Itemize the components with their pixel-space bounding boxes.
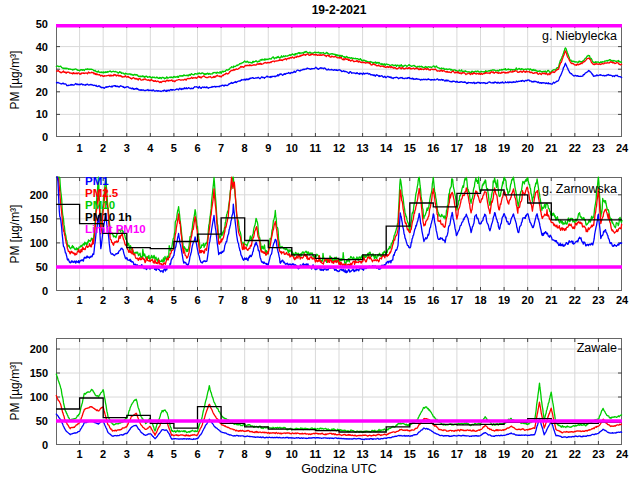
x-tick: 2 (91, 294, 115, 306)
legend-item-pm25: PM2.5 (85, 187, 146, 199)
x-tick: 4 (138, 142, 162, 154)
x-tick: 11 (303, 142, 327, 154)
x-tick: 17 (445, 448, 469, 460)
y-tick: 0 (0, 131, 48, 143)
x-tick: 15 (398, 142, 422, 154)
y-tick-labels-1: 01020304050 (0, 24, 52, 137)
x-tick: 4 (138, 448, 162, 460)
x-tick: 19 (492, 448, 516, 460)
x-tick: 7 (209, 142, 233, 154)
y-tick: 200 (0, 189, 48, 201)
y-tick: 50 (0, 18, 48, 30)
x-tick: 20 (516, 142, 540, 154)
x-tick: 5 (162, 448, 186, 460)
x-tick-labels-1: 123456789101112131415161718192021222324 (56, 142, 622, 155)
y-tick: 10 (0, 108, 48, 120)
y-tick: 0 (0, 285, 48, 297)
x-tick: 10 (280, 448, 304, 460)
legend-item-limit-pm10: Limit PM10 (85, 223, 146, 235)
legend-item-pm10-1h: PM10 1h (85, 211, 146, 223)
legend-item-pm10: PM10 (85, 199, 146, 211)
legend: PM1 PM2.5 PM10 PM10 1h Limit PM10 (85, 175, 146, 235)
x-tick: 4 (138, 294, 162, 306)
x-tick-labels-3: 123456789101112131415161718192021222324 (56, 448, 622, 461)
pm-figure: 19-2-2021 g. Niebylecka PM [µg/m³] 01020… (0, 0, 640, 480)
x-tick: 20 (516, 448, 540, 460)
x-tick: 7 (209, 448, 233, 460)
x-tick: 8 (233, 142, 257, 154)
x-tick: 21 (539, 142, 563, 154)
y-tick: 50 (0, 415, 48, 427)
y-tick: 150 (0, 213, 48, 225)
y-tick-labels-2: 050100150200 (0, 177, 52, 291)
y-tick: 0 (0, 439, 48, 451)
x-tick: 3 (115, 294, 139, 306)
x-tick: 5 (162, 294, 186, 306)
x-tick: 9 (256, 448, 280, 460)
x-tick: 24 (610, 448, 634, 460)
site-label-zawale: Zawale (56, 341, 617, 355)
x-tick: 11 (303, 448, 327, 460)
x-tick: 18 (469, 142, 493, 154)
site-label-niebylecka: g. Niebylecka (56, 29, 617, 43)
x-tick: 10 (280, 294, 304, 306)
x-tick: 3 (115, 142, 139, 154)
x-tick: 6 (186, 142, 210, 154)
legend-item-pm1: PM1 (85, 175, 146, 187)
x-tick: 12 (327, 142, 351, 154)
x-tick: 19 (492, 142, 516, 154)
y-tick: 200 (0, 343, 48, 355)
x-tick: 1 (68, 448, 92, 460)
x-tick: 24 (610, 294, 634, 306)
x-tick: 16 (421, 294, 445, 306)
x-tick: 2 (91, 448, 115, 460)
x-tick: 9 (256, 294, 280, 306)
x-tick: 18 (469, 294, 493, 306)
x-tick: 24 (610, 142, 634, 154)
x-tick-labels-2: 123456789101112131415161718192021222324 (56, 294, 622, 307)
x-tick: 6 (186, 294, 210, 306)
x-tick: 23 (586, 448, 610, 460)
x-tick: 15 (398, 448, 422, 460)
x-tick: 21 (539, 448, 563, 460)
x-tick: 3 (115, 448, 139, 460)
x-tick: 19 (492, 294, 516, 306)
x-axis-label: Godzina UTC (56, 462, 622, 476)
x-tick: 17 (445, 142, 469, 154)
y-tick-labels-3: 050100150200 (0, 338, 52, 445)
x-tick: 14 (374, 448, 398, 460)
x-tick: 10 (280, 142, 304, 154)
x-tick: 22 (563, 448, 587, 460)
x-tick: 15 (398, 294, 422, 306)
x-tick: 2 (91, 142, 115, 154)
x-tick: 23 (586, 142, 610, 154)
x-tick: 22 (563, 142, 587, 154)
x-tick: 1 (68, 294, 92, 306)
x-tick: 11 (303, 294, 327, 306)
x-tick: 14 (374, 142, 398, 154)
x-tick: 1 (68, 142, 92, 154)
x-tick: 23 (586, 294, 610, 306)
x-tick: 13 (351, 294, 375, 306)
x-tick: 21 (539, 294, 563, 306)
figure-title: 19-2-2021 (56, 3, 622, 17)
x-tick: 7 (209, 294, 233, 306)
y-tick: 150 (0, 367, 48, 379)
y-tick: 40 (0, 41, 48, 53)
y-tick: 30 (0, 63, 48, 75)
x-tick: 20 (516, 294, 540, 306)
x-tick: 8 (233, 294, 257, 306)
y-tick: 100 (0, 391, 48, 403)
x-tick: 18 (469, 448, 493, 460)
x-tick: 13 (351, 448, 375, 460)
x-tick: 22 (563, 294, 587, 306)
x-tick: 13 (351, 142, 375, 154)
x-tick: 6 (186, 448, 210, 460)
x-tick: 12 (327, 294, 351, 306)
x-tick: 16 (421, 448, 445, 460)
x-tick: 12 (327, 448, 351, 460)
x-tick: 9 (256, 142, 280, 154)
y-tick: 50 (0, 261, 48, 273)
y-tick: 20 (0, 86, 48, 98)
x-tick: 16 (421, 142, 445, 154)
